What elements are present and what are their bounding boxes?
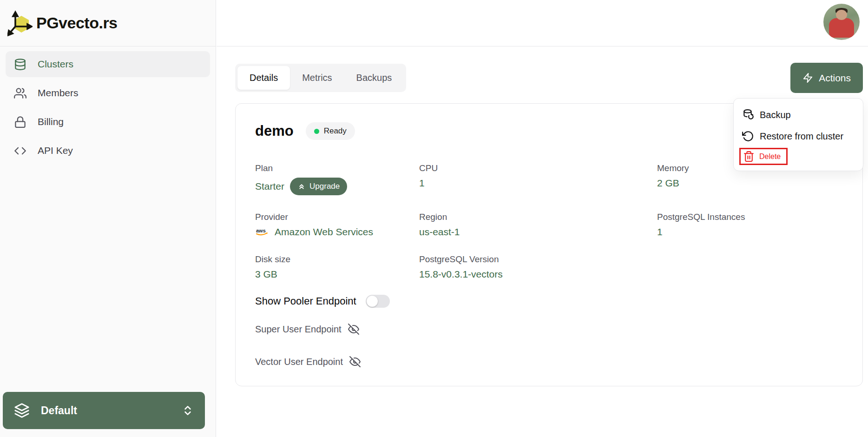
field-plan: Plan Starter Upgrade (255, 163, 419, 195)
field-label: PostgreSQL Version (419, 254, 657, 265)
sidebar-item-api-key[interactable]: API Key (6, 138, 210, 164)
sidebar-nav: Clusters Members Billing (0, 46, 216, 168)
status-badge: Ready (306, 122, 355, 140)
layers-icon (14, 403, 30, 418)
toggle-knob (367, 296, 378, 307)
menu-item-backup[interactable]: Backup (740, 104, 856, 126)
sidebar-item-label: Billing (38, 116, 64, 127)
tab-backups[interactable]: Backups (344, 66, 404, 90)
vector-user-endpoint-row: Vector User Endpoint (255, 356, 843, 367)
users-icon (14, 87, 26, 99)
upgrade-button[interactable]: Upgrade (290, 178, 347, 195)
upgrade-button-label: Upgrade (309, 182, 340, 191)
menu-item-restore-from-cluster[interactable]: Restore from cluster (740, 126, 856, 147)
field-disk-size: Disk size 3 GB (255, 254, 419, 280)
field-postgresql-version: PostgreSQL Version 15.8-v0.3.1-vectors (419, 254, 657, 280)
status-label: Ready (324, 126, 347, 136)
actions-button[interactable]: Actions (790, 63, 863, 93)
tab-label: Details (250, 73, 278, 83)
lock-icon (14, 116, 26, 128)
database-icon (14, 58, 26, 71)
sidebar: PGvecto.rs Clusters Members (0, 0, 216, 437)
super-user-endpoint-row: Super User Endpoint (255, 324, 843, 335)
tab-label: Backups (356, 73, 392, 83)
menu-item-label: Restore from cluster (760, 131, 843, 142)
field-value: us-east-1 (419, 226, 460, 238)
status-dot-icon (314, 129, 319, 134)
field-empty (657, 254, 843, 280)
sidebar-item-label: API Key (38, 145, 73, 156)
tab-metrics[interactable]: Metrics (290, 66, 344, 90)
menu-item-label: Delete (759, 152, 781, 161)
cluster-name: demo (255, 123, 294, 139)
field-value: 15.8-v0.3.1-vectors (419, 269, 503, 280)
workspace-selector[interactable]: Default (3, 392, 205, 429)
sidebar-item-label: Clusters (38, 59, 73, 70)
eye-off-icon[interactable] (348, 324, 359, 335)
aws-logo-icon: aws (255, 227, 269, 237)
menu-item-delete[interactable]: Delete (739, 148, 788, 165)
avatar-art (836, 10, 847, 20)
svg-text:aws: aws (256, 228, 266, 233)
content: Details Metrics Backups Actions (217, 46, 868, 386)
actions-button-label: Actions (819, 73, 851, 84)
field-label: Region (419, 212, 657, 222)
database-backup-icon (742, 109, 754, 121)
actions-dropdown-menu: Backup Restore from cluster Delete (733, 98, 863, 171)
tab-details[interactable]: Details (237, 66, 290, 90)
trash-icon (743, 151, 755, 162)
sidebar-item-members[interactable]: Members (6, 80, 210, 106)
field-value: 3 GB (255, 269, 277, 280)
field-region: Region us-east-1 (419, 212, 657, 238)
axes-cube-logo-icon (7, 10, 33, 37)
lightning-bolt-icon (802, 73, 813, 83)
tab-label: Metrics (302, 73, 332, 83)
avatar-art (829, 18, 854, 38)
pooler-toggle[interactable] (366, 295, 390, 308)
endpoint-label: Vector User Endpoint (255, 357, 343, 367)
pooler-toggle-label: Show Pooler Endpoint (255, 295, 356, 307)
main-area: Details Metrics Backups Actions (217, 0, 868, 437)
brand: PGvecto.rs (0, 0, 216, 46)
pooler-endpoint-row: Show Pooler Endpoint (255, 295, 843, 308)
workspace-label: Default (41, 404, 171, 417)
eye-off-icon[interactable] (349, 356, 361, 367)
menu-item-label: Backup (760, 110, 791, 120)
field-value: 1 (419, 178, 425, 189)
field-value: Starter (255, 181, 284, 192)
chevrons-up-down-icon (182, 404, 194, 417)
field-label: Provider (255, 212, 419, 222)
field-label: Plan (255, 163, 419, 173)
sidebar-item-billing[interactable]: Billing (6, 109, 210, 135)
user-avatar[interactable] (823, 4, 860, 40)
field-cpu: CPU 1 (419, 163, 657, 195)
code-icon (14, 145, 26, 157)
cluster-fields-grid: Plan Starter Upgrade (255, 163, 843, 280)
brand-name: PGvecto.rs (36, 14, 118, 32)
field-value: Amazon Web Services (275, 226, 373, 238)
top-header (217, 0, 868, 46)
field-value: 2 GB (657, 178, 679, 189)
tab-bar: Details Metrics Backups (235, 64, 406, 92)
field-label: PostgreSQL Instances (657, 212, 843, 222)
field-postgresql-instances: PostgreSQL Instances 1 (657, 212, 843, 238)
field-value: 1 (657, 226, 663, 238)
field-label: CPU (419, 163, 657, 173)
field-provider: Provider aws Amazon Web Services (255, 212, 419, 238)
sidebar-item-clusters[interactable]: Clusters (6, 51, 210, 77)
field-label: Disk size (255, 254, 419, 265)
endpoint-label: Super User Endpoint (255, 324, 342, 335)
chevrons-up-icon (297, 182, 306, 191)
rotate-ccw-icon (742, 130, 754, 142)
toolbar: Details Metrics Backups Actions (235, 63, 863, 93)
sidebar-item-label: Members (38, 87, 79, 99)
